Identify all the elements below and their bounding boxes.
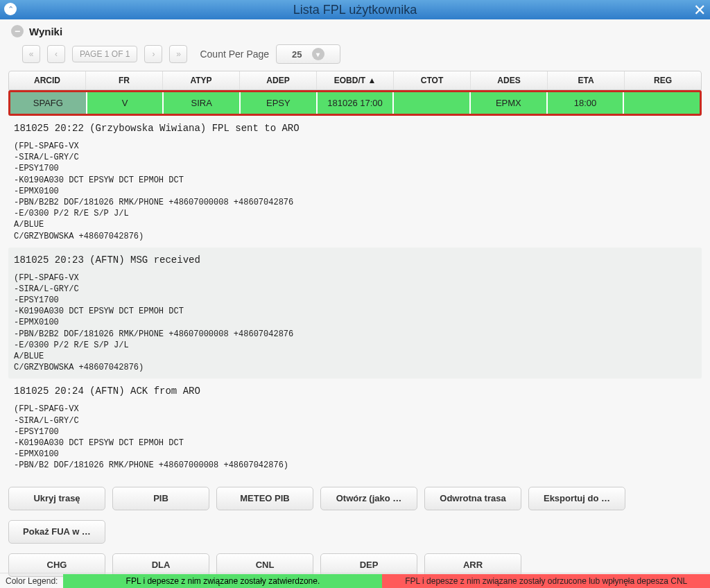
col-eta[interactable]: ETA bbox=[548, 71, 625, 89]
message-block: 181025 20:23 (AFTN) MSG received(FPL-SPA… bbox=[8, 248, 702, 379]
selected-row-highlight: SPAFG V SIRA EPSY 181026 17:00 EPMX 18:0… bbox=[8, 90, 702, 116]
window-title: Lista FPL użytkownika bbox=[0, 3, 710, 17]
col-adep[interactable]: ADEP bbox=[240, 71, 317, 89]
action-button[interactable]: PIB bbox=[112, 487, 209, 510]
message-header: 181025 20:24 (AFTN) ACK from ARO bbox=[14, 386, 696, 397]
count-per-page-select[interactable]: 25 ▾ bbox=[276, 44, 340, 64]
col-arcid[interactable]: ARCID bbox=[9, 71, 86, 89]
cell-atyp: SIRA bbox=[164, 92, 241, 114]
message-body: (FPL-SPAFG-VX -SIRA/L-GRY/C -EPSY1700 -K… bbox=[14, 404, 696, 471]
section-label: Wyniki bbox=[29, 26, 62, 37]
message-block: 181025 20:24 (AFTN) ACK from ARO(FPL-SPA… bbox=[8, 379, 702, 476]
color-legend: Color Legend: FPL i depesze z nim związa… bbox=[0, 573, 710, 588]
cell-ades: EPMX bbox=[471, 92, 548, 114]
action-buttons: Ukryj trasęPIBMETEO PIBOtwórz (jako …Odw… bbox=[8, 487, 702, 577]
pager-row: « ‹ PAGE 1 OF 1 › » Count Per Page 25 ▾ bbox=[0, 44, 710, 71]
col-reg[interactable]: REG bbox=[625, 71, 701, 89]
cell-arcid: SPAFG bbox=[10, 92, 87, 114]
titlebar: ⌃ Lista FPL użytkownika ✕ bbox=[0, 0, 710, 19]
count-per-page-label: Count Per Page bbox=[200, 49, 269, 60]
col-ctot[interactable]: CTOT bbox=[394, 71, 471, 89]
action-button[interactable]: Pokaż FUA w … bbox=[8, 520, 105, 544]
legend-red: FPL i depesze z nim związane zostały odr… bbox=[382, 574, 710, 588]
col-atyp[interactable]: ATYP bbox=[163, 71, 240, 89]
page-last-button[interactable]: » bbox=[169, 45, 187, 63]
message-body: (FPL-SPAFG-VX -SIRA/L-GRY/C -EPSY1700 -K… bbox=[14, 141, 696, 242]
count-per-page-value: 25 bbox=[292, 49, 302, 60]
cell-eta: 18:00 bbox=[548, 92, 625, 114]
legend-label: Color Legend: bbox=[0, 576, 63, 586]
cell-ctot bbox=[394, 92, 471, 114]
page-prev-button[interactable]: ‹ bbox=[47, 45, 65, 63]
section-header: − Wyniki bbox=[0, 19, 710, 44]
page-indicator: PAGE 1 OF 1 bbox=[72, 46, 137, 62]
message-header: 181025 20:22 (Grzybowska Wiwiana) FPL se… bbox=[14, 123, 696, 134]
message-block: 181025 20:22 (Grzybowska Wiwiana) FPL se… bbox=[8, 116, 702, 248]
collapse-icon[interactable]: ⌃ bbox=[4, 3, 17, 15]
action-button[interactable]: Otwórz (jako … bbox=[320, 487, 417, 510]
page-next-button[interactable]: › bbox=[144, 45, 162, 63]
action-button[interactable]: Ukryj trasę bbox=[8, 487, 105, 510]
cell-eobd: 181026 17:00 bbox=[318, 92, 395, 114]
button-row-1: Ukryj trasęPIBMETEO PIBOtwórz (jako …Odw… bbox=[8, 487, 702, 510]
message-header: 181025 20:23 (AFTN) MSG received bbox=[14, 254, 696, 266]
col-ades[interactable]: ADES bbox=[471, 71, 548, 89]
col-eobd[interactable]: EOBD/T ▲ bbox=[317, 71, 394, 89]
action-button[interactable]: Odwrotna trasa bbox=[424, 487, 521, 510]
message-body: (FPL-SPAFG-VX -SIRA/L-GRY/C -EPSY1700 -K… bbox=[14, 273, 696, 374]
cell-reg bbox=[624, 92, 700, 114]
legend-green: FPL i depesze z nim związane zostały zat… bbox=[63, 574, 382, 588]
button-row-2: Pokaż FUA w … bbox=[8, 520, 702, 544]
table-row[interactable]: SPAFG V SIRA EPSY 181026 17:00 EPMX 18:0… bbox=[10, 92, 700, 114]
messages-area: 181025 20:22 (Grzybowska Wiwiana) FPL se… bbox=[8, 116, 702, 477]
minus-icon[interactable]: − bbox=[11, 25, 24, 37]
cell-fr: V bbox=[87, 92, 164, 114]
page-first-button[interactable]: « bbox=[22, 45, 40, 63]
fpl-table: ARCID FR ATYP ADEP EOBD/T ▲ CTOT ADES ET… bbox=[8, 71, 702, 116]
action-button[interactable]: METEO PIB bbox=[216, 487, 313, 510]
chevron-down-icon: ▾ bbox=[312, 48, 324, 60]
close-icon[interactable]: ✕ bbox=[693, 1, 706, 19]
table-header: ARCID FR ATYP ADEP EOBD/T ▲ CTOT ADES ET… bbox=[8, 71, 702, 90]
cell-adep: EPSY bbox=[241, 92, 318, 114]
col-fr[interactable]: FR bbox=[86, 71, 163, 89]
action-button[interactable]: Eksportuj do … bbox=[528, 487, 625, 510]
